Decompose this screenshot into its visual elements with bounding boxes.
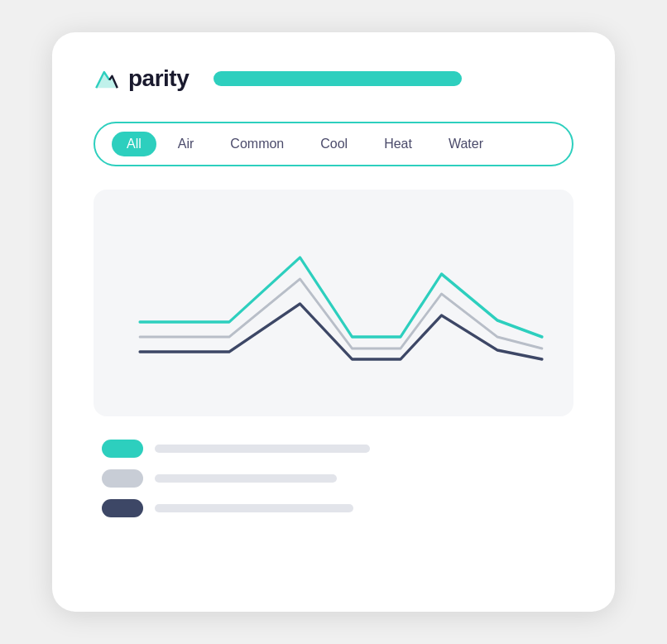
logo-text: parity xyxy=(128,65,189,92)
dark-chart-line xyxy=(140,304,542,359)
tab-air[interactable]: Air xyxy=(163,132,209,156)
legend-label-teal xyxy=(155,445,370,453)
tab-heat[interactable]: Heat xyxy=(369,132,427,156)
chart-container xyxy=(94,190,573,416)
legend-item-gray xyxy=(102,469,565,488)
legend-badge-dark xyxy=(102,499,143,517)
legend-item-teal xyxy=(102,440,565,458)
logo: parity xyxy=(94,65,189,92)
tab-water[interactable]: Water xyxy=(434,132,498,156)
legend-badge-teal xyxy=(102,440,143,458)
tab-all[interactable]: All xyxy=(112,132,156,156)
logo-icon xyxy=(94,65,120,92)
header-progress-bar xyxy=(214,71,462,86)
tab-cool[interactable]: Cool xyxy=(305,132,362,156)
legend-item-dark xyxy=(102,499,565,517)
chart-svg xyxy=(110,214,557,396)
device-frame: parity All Air Common Cool Heat Water xyxy=(52,32,615,612)
tab-common[interactable]: Common xyxy=(215,132,299,156)
legend-list xyxy=(94,440,573,517)
legend-label-gray xyxy=(155,474,337,483)
legend-label-dark xyxy=(155,504,353,512)
header: parity xyxy=(94,65,573,92)
legend-badge-gray xyxy=(102,469,143,488)
gray-chart-line xyxy=(140,279,542,348)
tab-bar: All Air Common Cool Heat Water xyxy=(94,122,573,166)
